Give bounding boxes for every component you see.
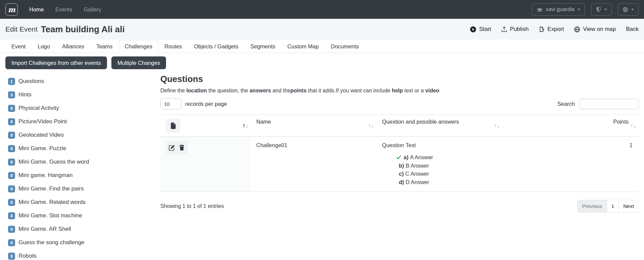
sidebar-item-hints[interactable]: 3 Hints <box>8 88 160 101</box>
tab-segments[interactable]: Segments <box>245 40 281 53</box>
desc-text-bold: points <box>290 88 307 93</box>
app-logo[interactable]: m <box>5 3 18 16</box>
answer-text: C Answer <box>405 171 429 177</box>
sidebar-item-mini-game-slot-machine[interactable]: 0 Mini Game. Slot machine <box>8 209 160 222</box>
tab-logo[interactable]: Logo <box>32 40 56 53</box>
entries-summary: Showing 1 to 1 of 1 entries <box>160 203 224 209</box>
answer-c: c) C Answer <box>396 170 497 178</box>
file-icon[interactable] <box>166 119 180 133</box>
tab-event[interactable]: Event <box>5 40 32 53</box>
content: 1 Questions 3 Hints 0 Physical Activity … <box>0 69 644 260</box>
back-button[interactable]: Back <box>626 26 639 33</box>
publish-button[interactable]: Publish <box>501 26 529 33</box>
tab-custom-map[interactable]: Custom Map <box>281 40 325 53</box>
sidebar-item-mini-game-related-words[interactable]: 0 Mini Game. Related words <box>8 196 160 209</box>
answer-letter: d) <box>399 179 404 185</box>
records-per-page-input[interactable] <box>160 98 181 110</box>
import-challenges-button[interactable]: Import Challenges from other events <box>5 56 107 69</box>
user-name: xavi guardia <box>546 6 575 12</box>
previous-page-button[interactable]: Previous <box>577 200 607 213</box>
export-button[interactable]: Export <box>539 26 564 33</box>
crown-icon <box>537 6 543 12</box>
column-header-points[interactable]: Points ↑↓ <box>502 115 639 137</box>
row-actions-cell <box>160 137 251 192</box>
column-header-file[interactable]: ↑↓ <box>160 115 251 137</box>
tab-teams[interactable]: Teams <box>90 40 119 53</box>
row-points-cell: 1 <box>502 137 639 192</box>
questions-panel: Questions Define the location the questi… <box>160 69 639 213</box>
nav-link-gallery[interactable]: Gallery <box>79 4 105 15</box>
count-badge: 0 <box>8 118 15 125</box>
column-header-name[interactable]: Name ↑↓ <box>251 115 377 137</box>
sidebar-item-label: Mini Game. Puzzle <box>18 145 66 152</box>
view-on-map-label: View on map <box>583 26 616 33</box>
sidebar-item-physical-activity[interactable]: 0 Physical Activity <box>8 101 160 115</box>
sort-icon[interactable]: ↑↓ <box>630 124 636 128</box>
sidebar-item-picture-video-point[interactable]: 0 Picture/Video Point <box>8 115 160 128</box>
multiple-changes-button[interactable]: Multiple Changes <box>111 56 166 69</box>
edit-icon[interactable] <box>169 144 175 151</box>
desc-text-bold: help <box>392 88 403 93</box>
row-actions-group <box>166 141 188 154</box>
desc-text: the question, the <box>207 88 250 93</box>
sidebar-item-label: Guess the song challenge <box>18 239 85 246</box>
user-menu-button[interactable]: xavi guardia <box>532 3 585 16</box>
section-heading: Questions <box>160 74 639 84</box>
sidebar-item-mini-game-find-the-pairs[interactable]: 0 Mini Game. Find the pairs <box>8 182 160 196</box>
export-label: Export <box>547 26 564 33</box>
table-controls: records per page Search <box>160 98 639 110</box>
desc-text: that it adds.If you want can include <box>307 88 392 93</box>
tab-challenges[interactable]: Challenges <box>119 40 159 53</box>
desc-text: and the <box>271 88 290 93</box>
sidebar-item-label: Mini game. Hangman <box>18 172 73 179</box>
count-badge: 1 <box>8 78 15 85</box>
tab-alliances[interactable]: Alliances <box>56 40 90 53</box>
sidebar-item-questions[interactable]: 1 Questions <box>8 75 160 88</box>
row-question-cell: Question Text a) A Answer b) B Answer c)… <box>377 137 502 192</box>
sidebar-item-geolocated-video[interactable]: 0 Geolocated Video <box>8 128 160 142</box>
caret-down-icon <box>631 9 634 10</box>
sidebar-item-label: Mini Game. Slot machine <box>18 212 82 219</box>
check-icon <box>396 155 401 160</box>
tab-documents[interactable]: Documents <box>325 40 365 53</box>
question-title: Question Text <box>382 142 497 148</box>
sidebar-item-mini-game-guess-the-word[interactable]: 0 Mini Game. Guess the word <box>8 155 160 169</box>
sort-icon[interactable]: ↑↓ <box>494 124 499 128</box>
navbar-right: xavi guardia <box>532 3 639 16</box>
caret-down-icon <box>578 9 580 10</box>
sidebar-item-mini-game-ar-shell[interactable]: 0 Mini Game. AR Shell <box>8 222 160 236</box>
row-name-cell: Challenge01 <box>251 137 377 192</box>
column-header-question[interactable]: Question and possible answers ↑↓ <box>377 115 502 137</box>
challenges-toolbar: Import Challenges from other events Mult… <box>0 53 644 69</box>
desc-text-bold: answers <box>250 88 271 93</box>
count-badge: 0 <box>8 226 15 233</box>
sidebar-item-mini-game-puzzle[interactable]: 0 Mini Game. Puzzle <box>8 142 160 155</box>
navbar: m Home Events Gallery xavi guardia <box>0 0 644 19</box>
nav-links: Home Events Gallery <box>25 4 105 15</box>
answer-letter: b) <box>399 163 404 169</box>
search-input[interactable] <box>579 99 639 109</box>
next-page-button[interactable]: Next <box>619 200 639 213</box>
delete-icon[interactable] <box>179 144 185 150</box>
page-1-button[interactable]: 1 <box>607 200 619 213</box>
admin-menu-button[interactable] <box>591 3 612 16</box>
tab-objects-gadgets[interactable]: Objects / Gadgets <box>188 40 244 53</box>
sidebar-item-guess-the-song[interactable]: 0 Guess the song challenge <box>8 236 160 249</box>
search-group: Search <box>557 99 639 109</box>
count-badge: 0 <box>8 212 15 219</box>
sidebar-item-label: Physical Activity <box>18 105 59 112</box>
start-button[interactable]: Start <box>470 26 491 33</box>
play-circle-icon <box>470 26 476 33</box>
sidebar-item-robots[interactable]: 0 Robots <box>8 249 160 260</box>
nav-link-home[interactable]: Home <box>25 4 48 15</box>
sidebar-item-mini-game-hangman[interactable]: 0 Mini game. Hangman <box>8 169 160 182</box>
publish-label: Publish <box>510 26 529 33</box>
shield-icon <box>596 7 601 12</box>
view-on-map-button[interactable]: View on map <box>574 26 616 33</box>
sort-icon[interactable]: ↑↓ <box>242 124 248 128</box>
language-menu-button[interactable] <box>618 3 639 16</box>
tab-routes[interactable]: Routes <box>158 40 188 53</box>
sort-icon[interactable]: ↑↓ <box>368 124 374 128</box>
nav-link-events[interactable]: Events <box>51 4 76 15</box>
back-label: Back <box>626 26 639 33</box>
